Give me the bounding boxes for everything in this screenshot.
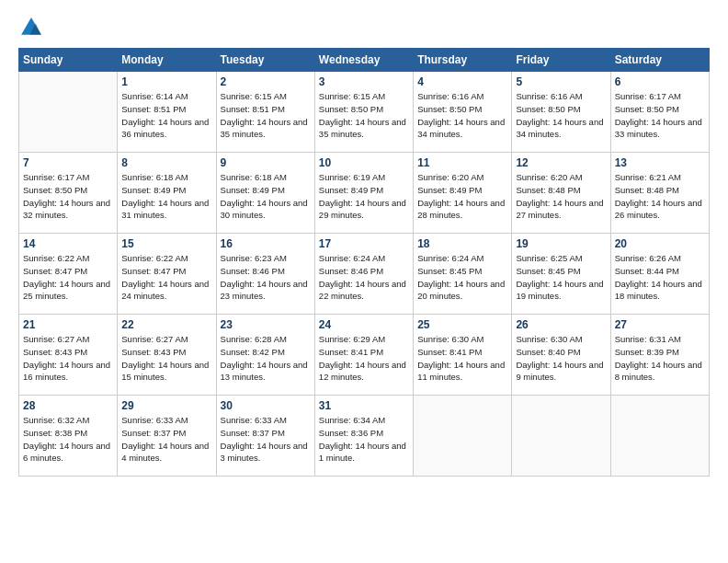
- day-cell: 1Sunrise: 6:14 AMSunset: 8:51 PMDaylight…: [118, 72, 216, 153]
- day-number: 27: [615, 318, 705, 331]
- header-cell-thursday: Thursday: [414, 49, 512, 72]
- day-number: 26: [516, 318, 606, 331]
- logo: [18, 15, 46, 40]
- header-row: SundayMondayTuesdayWednesdayThursdayFrid…: [19, 49, 710, 72]
- day-info: Sunrise: 6:20 AMSunset: 8:49 PMDaylight:…: [417, 171, 507, 222]
- day-number: 12: [516, 156, 606, 169]
- header-cell-wednesday: Wednesday: [314, 49, 413, 72]
- calendar-header: SundayMondayTuesdayWednesdayThursdayFrid…: [19, 49, 710, 72]
- day-number: 13: [615, 156, 705, 169]
- day-cell: 25Sunrise: 6:30 AMSunset: 8:41 PMDayligh…: [414, 315, 512, 396]
- calendar-table: SundayMondayTuesdayWednesdayThursdayFrid…: [18, 48, 710, 477]
- day-info: Sunrise: 6:20 AMSunset: 8:48 PMDaylight:…: [516, 171, 606, 222]
- day-number: 11: [417, 156, 507, 169]
- day-info: Sunrise: 6:15 AMSunset: 8:51 PMDaylight:…: [221, 90, 311, 141]
- day-info: Sunrise: 6:19 AMSunset: 8:49 PMDaylight:…: [319, 171, 409, 222]
- day-info: Sunrise: 6:30 AMSunset: 8:40 PMDaylight:…: [516, 333, 606, 384]
- day-number: 30: [221, 399, 311, 412]
- day-number: 29: [121, 399, 211, 412]
- week-row-0: 1Sunrise: 6:14 AMSunset: 8:51 PMDaylight…: [19, 72, 710, 153]
- day-info: Sunrise: 6:32 AMSunset: 8:38 PMDaylight:…: [23, 414, 113, 465]
- day-cell: 13Sunrise: 6:21 AMSunset: 8:48 PMDayligh…: [610, 153, 709, 234]
- day-info: Sunrise: 6:34 AMSunset: 8:36 PMDaylight:…: [319, 414, 409, 465]
- week-row-1: 7Sunrise: 6:17 AMSunset: 8:50 PMDaylight…: [19, 153, 710, 234]
- day-cell: 7Sunrise: 6:17 AMSunset: 8:50 PMDaylight…: [19, 153, 118, 234]
- day-cell: 8Sunrise: 6:18 AMSunset: 8:49 PMDaylight…: [118, 153, 216, 234]
- day-info: Sunrise: 6:18 AMSunset: 8:49 PMDaylight:…: [121, 171, 211, 222]
- day-number: 9: [221, 156, 311, 169]
- day-cell: [610, 396, 709, 477]
- day-cell: 18Sunrise: 6:24 AMSunset: 8:45 PMDayligh…: [414, 234, 512, 315]
- day-cell: 19Sunrise: 6:25 AMSunset: 8:45 PMDayligh…: [512, 234, 610, 315]
- day-cell: 16Sunrise: 6:23 AMSunset: 8:46 PMDayligh…: [216, 234, 314, 315]
- day-number: 19: [516, 237, 606, 250]
- day-cell: 2Sunrise: 6:15 AMSunset: 8:51 PMDaylight…: [216, 72, 314, 153]
- day-number: 6: [615, 75, 705, 88]
- day-info: Sunrise: 6:22 AMSunset: 8:47 PMDaylight:…: [23, 252, 113, 303]
- day-info: Sunrise: 6:21 AMSunset: 8:48 PMDaylight:…: [615, 171, 705, 222]
- day-info: Sunrise: 6:27 AMSunset: 8:43 PMDaylight:…: [23, 333, 113, 384]
- day-cell: 6Sunrise: 6:17 AMSunset: 8:50 PMDaylight…: [610, 72, 709, 153]
- day-cell: 4Sunrise: 6:16 AMSunset: 8:50 PMDaylight…: [414, 72, 512, 153]
- day-number: 18: [417, 237, 507, 250]
- day-cell: 3Sunrise: 6:15 AMSunset: 8:50 PMDaylight…: [314, 72, 413, 153]
- calendar-body: 1Sunrise: 6:14 AMSunset: 8:51 PMDaylight…: [19, 72, 710, 477]
- day-number: 21: [23, 318, 113, 331]
- day-info: Sunrise: 6:17 AMSunset: 8:50 PMDaylight:…: [23, 171, 113, 222]
- day-cell: 31Sunrise: 6:34 AMSunset: 8:36 PMDayligh…: [314, 396, 413, 477]
- logo-icon: [18, 15, 44, 40]
- header: [18, 15, 710, 40]
- day-cell: [414, 396, 512, 477]
- day-number: 5: [516, 75, 606, 88]
- day-cell: 15Sunrise: 6:22 AMSunset: 8:47 PMDayligh…: [118, 234, 216, 315]
- day-info: Sunrise: 6:24 AMSunset: 8:45 PMDaylight:…: [417, 252, 507, 303]
- day-number: 3: [319, 75, 409, 88]
- day-info: Sunrise: 6:18 AMSunset: 8:49 PMDaylight:…: [221, 171, 311, 222]
- day-info: Sunrise: 6:16 AMSunset: 8:50 PMDaylight:…: [516, 90, 606, 141]
- day-info: Sunrise: 6:16 AMSunset: 8:50 PMDaylight:…: [417, 90, 507, 141]
- day-info: Sunrise: 6:26 AMSunset: 8:44 PMDaylight:…: [615, 252, 705, 303]
- day-info: Sunrise: 6:17 AMSunset: 8:50 PMDaylight:…: [615, 90, 705, 141]
- header-cell-friday: Friday: [512, 49, 610, 72]
- page: SundayMondayTuesdayWednesdayThursdayFrid…: [0, 0, 728, 563]
- day-cell: 12Sunrise: 6:20 AMSunset: 8:48 PMDayligh…: [512, 153, 610, 234]
- day-cell: 23Sunrise: 6:28 AMSunset: 8:42 PMDayligh…: [216, 315, 314, 396]
- day-info: Sunrise: 6:14 AMSunset: 8:51 PMDaylight:…: [121, 90, 211, 141]
- day-cell: 20Sunrise: 6:26 AMSunset: 8:44 PMDayligh…: [610, 234, 709, 315]
- day-number: 10: [319, 156, 409, 169]
- day-cell: [512, 396, 610, 477]
- day-number: 31: [319, 399, 409, 412]
- day-number: 23: [221, 318, 311, 331]
- day-info: Sunrise: 6:31 AMSunset: 8:39 PMDaylight:…: [615, 333, 705, 384]
- week-row-3: 21Sunrise: 6:27 AMSunset: 8:43 PMDayligh…: [19, 315, 710, 396]
- day-info: Sunrise: 6:24 AMSunset: 8:46 PMDaylight:…: [319, 252, 409, 303]
- day-cell: 9Sunrise: 6:18 AMSunset: 8:49 PMDaylight…: [216, 153, 314, 234]
- day-info: Sunrise: 6:29 AMSunset: 8:41 PMDaylight:…: [319, 333, 409, 384]
- header-cell-saturday: Saturday: [610, 49, 709, 72]
- day-number: 4: [417, 75, 507, 88]
- day-info: Sunrise: 6:30 AMSunset: 8:41 PMDaylight:…: [417, 333, 507, 384]
- day-cell: 11Sunrise: 6:20 AMSunset: 8:49 PMDayligh…: [414, 153, 512, 234]
- day-number: 20: [615, 237, 705, 250]
- header-cell-sunday: Sunday: [19, 49, 118, 72]
- day-cell: 10Sunrise: 6:19 AMSunset: 8:49 PMDayligh…: [314, 153, 413, 234]
- day-cell: 29Sunrise: 6:33 AMSunset: 8:37 PMDayligh…: [118, 396, 216, 477]
- day-cell: 5Sunrise: 6:16 AMSunset: 8:50 PMDaylight…: [512, 72, 610, 153]
- day-cell: 21Sunrise: 6:27 AMSunset: 8:43 PMDayligh…: [19, 315, 118, 396]
- day-number: 28: [23, 399, 113, 412]
- day-number: 1: [121, 75, 211, 88]
- day-number: 17: [319, 237, 409, 250]
- day-info: Sunrise: 6:28 AMSunset: 8:42 PMDaylight:…: [221, 333, 311, 384]
- day-cell: 22Sunrise: 6:27 AMSunset: 8:43 PMDayligh…: [118, 315, 216, 396]
- day-cell: 26Sunrise: 6:30 AMSunset: 8:40 PMDayligh…: [512, 315, 610, 396]
- day-info: Sunrise: 6:27 AMSunset: 8:43 PMDaylight:…: [121, 333, 211, 384]
- day-info: Sunrise: 6:25 AMSunset: 8:45 PMDaylight:…: [516, 252, 606, 303]
- header-cell-monday: Monday: [118, 49, 216, 72]
- day-number: 25: [417, 318, 507, 331]
- day-number: 8: [121, 156, 211, 169]
- header-cell-tuesday: Tuesday: [216, 49, 314, 72]
- day-info: Sunrise: 6:23 AMSunset: 8:46 PMDaylight:…: [221, 252, 311, 303]
- day-cell: 28Sunrise: 6:32 AMSunset: 8:38 PMDayligh…: [19, 396, 118, 477]
- day-number: 22: [121, 318, 211, 331]
- day-cell: 27Sunrise: 6:31 AMSunset: 8:39 PMDayligh…: [610, 315, 709, 396]
